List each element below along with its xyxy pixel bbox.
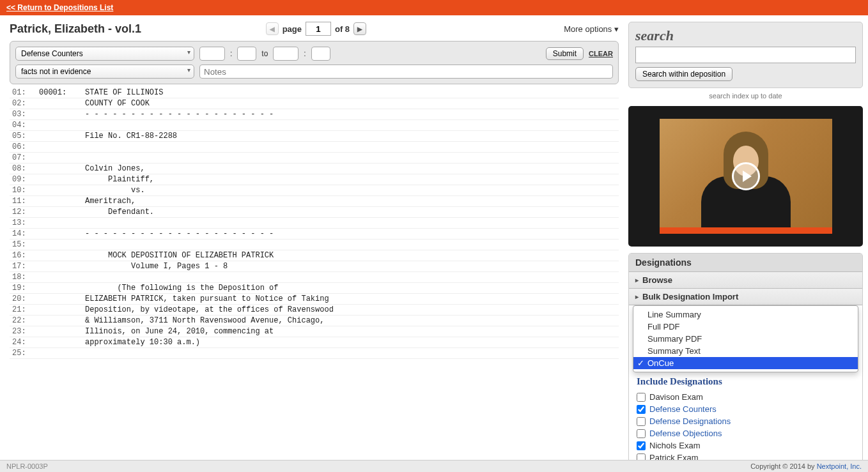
transcript-line[interactable]: 05: File No. CR1-88-2288 — [10, 131, 619, 142]
export-option[interactable]: Line Summary — [633, 308, 858, 321]
export-option[interactable]: OnCue — [633, 357, 858, 369]
designation-checkbox-row: Davison Exam — [637, 391, 855, 403]
transcript-line[interactable]: 07: — [10, 153, 619, 164]
search-button[interactable]: Search within deposition — [635, 67, 732, 81]
footer-doc-id: NPLR-0003P — [6, 462, 48, 470]
range-line-start[interactable] — [237, 47, 256, 61]
transcript-line[interactable]: 01:00001: STATE OF ILLINOIS — [10, 88, 619, 98]
search-title: search — [635, 27, 856, 44]
page-of-label: of 8 — [335, 24, 350, 34]
next-page-button[interactable]: ▶ — [353, 22, 366, 35]
page-label: page — [283, 24, 302, 34]
transcript-line[interactable]: 14: - - - - - - - - - - - - - - - - - - … — [10, 229, 619, 240]
designation-label[interactable]: Defense Counters — [649, 404, 717, 414]
play-icon[interactable] — [732, 162, 760, 190]
transcript-line[interactable]: 18: — [10, 272, 619, 283]
browse-row[interactable]: Browse — [629, 272, 862, 289]
designation-label[interactable]: Nichols Exam — [649, 441, 700, 450]
header-row: Patrick, Elizabeth - vol.1 ◀ page of 8 ▶… — [10, 22, 619, 41]
export-option[interactable]: Summary Text — [633, 345, 858, 357]
export-format-dropdown[interactable]: Line SummaryFull PDFSummary PDFSummary T… — [633, 305, 858, 372]
video-player[interactable] — [628, 106, 863, 247]
designation-label[interactable]: Davison Exam — [649, 392, 703, 402]
facts-select[interactable]: facts not in evidence — [15, 65, 194, 79]
include-designations-section: Include Designations Davison ExamDefense… — [629, 372, 862, 470]
transcript-line[interactable]: 22: & Williamson, 3711 North Ravenswood … — [10, 316, 619, 326]
designation-checkbox-row: Defense Designations — [637, 415, 855, 427]
more-options-dropdown[interactable]: More options — [564, 24, 619, 34]
search-status: search index up to date — [628, 92, 863, 100]
transcript-line[interactable]: 12: Defendant. — [10, 207, 619, 218]
designation-checkbox[interactable] — [637, 393, 646, 402]
include-title: Include Designations — [637, 376, 855, 387]
designation-checkbox-row: Defense Counters — [637, 403, 855, 415]
search-box: search Search within deposition — [628, 22, 863, 88]
to-label: to — [261, 49, 268, 58]
range-page-end[interactable] — [273, 47, 298, 61]
export-option[interactable]: Full PDF — [633, 321, 858, 333]
bulk-import-row[interactable]: Bulk Designation Import — [629, 289, 862, 305]
transcript-line[interactable]: 20: ELIZABETH PATRICK, taken pursuant to… — [10, 294, 619, 305]
prev-page-button[interactable]: ◀ — [266, 22, 279, 35]
designation-checkbox[interactable] — [637, 405, 646, 414]
designation-checkbox[interactable] — [637, 429, 646, 438]
designations-title: Designations — [629, 254, 862, 272]
controls-box: Defense Counters : to : Submit CLEAR fac… — [10, 41, 619, 84]
designations-panel: Designations Browse Bulk Designation Imp… — [628, 253, 863, 471]
transcript-line[interactable]: 21: Deposition, by videotape, at the off… — [10, 305, 619, 316]
transcript-line[interactable]: 09: Plaintiff, — [10, 174, 619, 185]
designation-checkbox-row: Defense Objections — [637, 427, 855, 439]
transcript: 01:00001: STATE OF ILLINOIS02: COUNTY OF… — [10, 88, 619, 359]
transcript-line[interactable]: 16: MOCK DEPOSITION OF ELIZABETH PATRICK — [10, 250, 619, 261]
search-input[interactable] — [635, 47, 856, 63]
transcript-line[interactable]: 11: Ameritrach, — [10, 196, 619, 207]
transcript-line[interactable]: 23: Illinois, on June 24, 2010, commenci… — [10, 326, 619, 337]
transcript-line[interactable]: 10: vs. — [10, 185, 619, 196]
pager: ◀ page of 8 ▶ — [266, 22, 366, 36]
transcript-line[interactable]: 19: (The following is the Deposition of — [10, 283, 619, 294]
designation-checkbox[interactable] — [637, 441, 646, 450]
deposition-title: Patrick, Elizabeth - vol.1 — [10, 22, 141, 36]
transcript-line[interactable]: 06: — [10, 142, 619, 153]
submit-button[interactable]: Submit — [546, 47, 584, 60]
range-line-end[interactable] — [311, 47, 330, 61]
footer: NPLR-0003P Copyright © 2014 by Nextpoint… — [0, 460, 868, 471]
transcript-line[interactable]: 15: — [10, 240, 619, 250]
clear-link[interactable]: CLEAR — [589, 50, 613, 57]
designation-checkbox-row: Nichols Exam — [637, 439, 855, 452]
transcript-line[interactable]: 08: Colvin Jones, — [10, 164, 619, 174]
footer-copyright: Copyright © 2014 by — [750, 462, 817, 470]
transcript-line[interactable]: 24: approximately 10:30 a.m.) — [10, 337, 619, 348]
transcript-line[interactable]: 25: — [10, 348, 619, 359]
transcript-line[interactable]: 04: — [10, 120, 619, 131]
counter-select[interactable]: Defense Counters — [15, 47, 194, 61]
designation-label[interactable]: Defense Objections — [649, 429, 722, 438]
footer-company-link[interactable]: Nextpoint, Inc. — [817, 462, 862, 470]
transcript-line[interactable]: 02: COUNTY OF COOK — [10, 98, 619, 109]
page-input[interactable] — [306, 22, 331, 36]
export-option[interactable]: Summary PDF — [633, 333, 858, 345]
range-page-start[interactable] — [199, 47, 225, 61]
designation-label[interactable]: Defense Designations — [649, 416, 731, 426]
return-link[interactable]: << Return to Depositions List — [6, 3, 113, 12]
transcript-line[interactable]: 17: Volume I, Pages 1 - 8 — [10, 261, 619, 272]
transcript-line[interactable]: 13: — [10, 218, 619, 229]
notes-input[interactable] — [199, 65, 613, 79]
designation-checkbox[interactable] — [637, 417, 646, 426]
top-bar: << Return to Depositions List — [0, 0, 868, 15]
transcript-line[interactable]: 03: - - - - - - - - - - - - - - - - - - … — [10, 109, 619, 120]
